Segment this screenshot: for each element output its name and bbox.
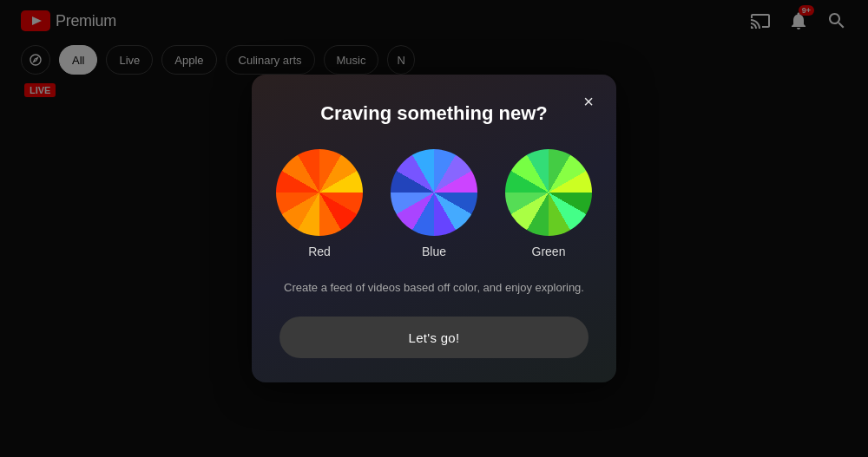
color-label-green: Green [532,245,566,258]
color-label-blue: Blue [422,245,446,258]
modal-overlay: × Craving something new? Red Blue Green … [0,0,868,457]
color-option-blue[interactable]: Blue [391,149,477,258]
color-options: Red Blue Green [279,149,589,258]
modal-title: Craving something new? [279,102,589,125]
color-modal: × Craving something new? Red Blue Green … [252,75,616,383]
lets-go-button[interactable]: Let's go! [279,317,589,358]
color-circle-red [276,149,363,236]
color-circle-green [505,149,592,236]
modal-close-button[interactable]: × [575,88,602,116]
color-option-green[interactable]: Green [505,149,592,258]
color-circle-blue [391,149,477,236]
color-option-red[interactable]: Red [276,149,363,258]
modal-description: Create a feed of videos based off color,… [279,279,589,297]
color-label-red: Red [308,245,331,258]
